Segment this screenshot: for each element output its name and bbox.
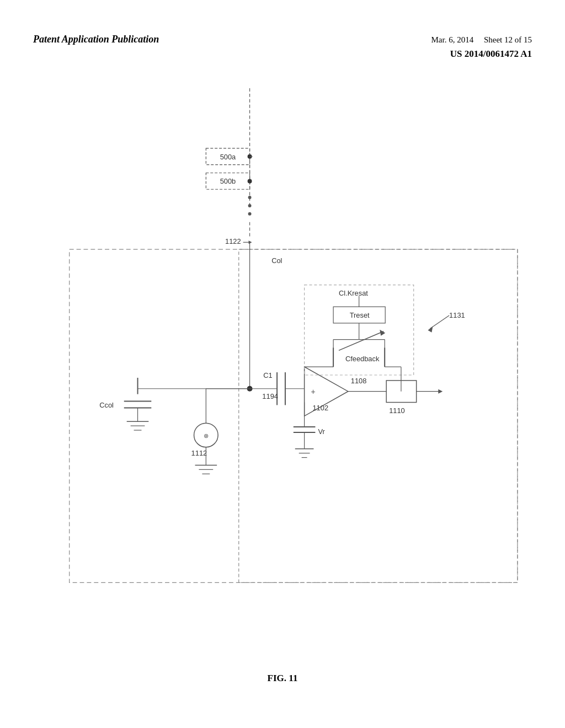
label-1102: 1102 [312,404,328,412]
svg-marker-58 [380,330,385,336]
label-clkreset: Cl.Kresat [339,289,368,297]
svg-point-6 [248,179,252,183]
svg-line-66 [430,315,449,329]
svg-marker-12 [249,240,252,244]
svg-text:+: + [311,387,316,396]
sheet-info: Sheet 12 of 15 [484,35,532,44]
svg-point-8 [248,204,252,207]
label-1110: 1110 [389,406,405,415]
publication-title: Patent Application Publication [33,34,159,45]
svg-point-9 [248,212,252,216]
fig-label-text: FIG. 11 [268,673,298,683]
label-1194: 1194 [262,392,278,400]
header-date-sheet: Mar. 6, 2014 Sheet 12 of 15 [431,33,532,46]
label-cfeedback: Cfeedback [345,355,380,363]
header-title: Patent Application Publication [33,33,159,46]
label-500b: 500b [220,177,236,185]
pub-date: Mar. 6, 2014 [431,35,474,44]
label-treset: Treset [350,311,370,319]
figure-label: FIG. 11 [0,673,565,684]
label-1131: 1131 [449,311,465,319]
svg-marker-67 [428,326,433,333]
header: Patent Application Publication Mar. 6, 2… [0,33,565,61]
label-ccol: Ccol [99,401,114,409]
svg-marker-50 [438,389,443,394]
label-1112: 1112 [191,449,207,457]
diagram-area: 500a 500b 1122 [33,88,532,662]
page-container: Patent Application Publication Mar. 6, 2… [0,0,565,728]
svg-line-57 [339,331,383,351]
header-meta: Mar. 6, 2014 Sheet 12 of 15 US 2014/0061… [431,33,532,61]
svg-point-7 [248,196,252,199]
label-c1: C1 [263,371,272,379]
pub-number: US 2014/0061472 A1 [431,46,532,61]
svg-rect-14 [239,249,518,582]
circuit-diagram: 500a 500b 1122 [33,88,532,662]
svg-rect-13 [70,249,518,582]
label-1122: 1122 [225,237,241,245]
label-1108: 1108 [351,377,367,385]
svg-text:⊗: ⊗ [204,432,209,439]
label-500a: 500a [220,153,236,161]
label-col: Col [271,256,282,265]
label-vr: Vr [318,427,325,436]
